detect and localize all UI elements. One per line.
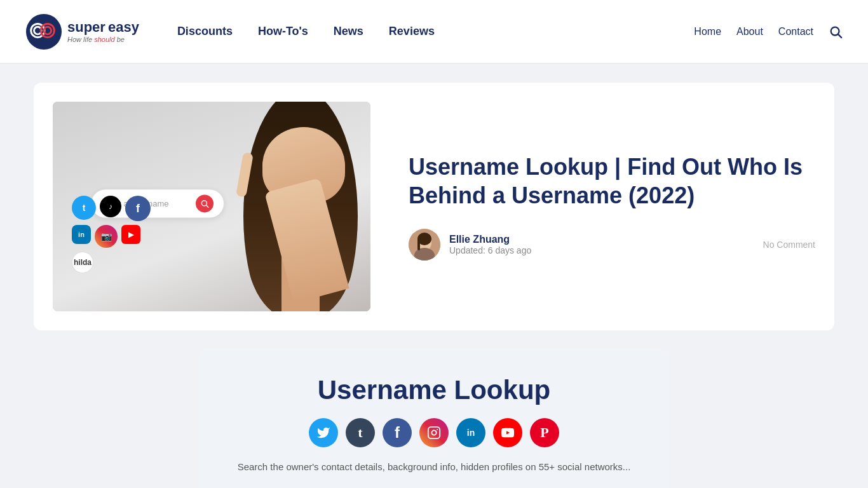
nav-reviews[interactable]: Reviews: [389, 25, 435, 38]
float-other: hilda: [72, 252, 93, 273]
avatar-svg: [409, 229, 440, 261]
floating-social-icons: t ♪ f in 📷 ▶ hilda: [72, 196, 161, 273]
lookup-title: Username Lookup: [218, 375, 650, 405]
social-icon-pinterest: P: [530, 418, 559, 447]
nav-contact[interactable]: Contact: [778, 26, 813, 37]
logo-tagline: How life should be: [67, 36, 139, 43]
author-avatar: [409, 229, 440, 261]
lookup-section: Username Lookup t f in P Search the owne…: [199, 349, 669, 488]
author-avatar-image: [409, 229, 440, 261]
author-name: Ellie Zhuang: [449, 234, 754, 245]
social-icon-youtube: [493, 418, 522, 447]
logo-easy: easy: [108, 20, 139, 35]
nav-discounts[interactable]: Discounts: [177, 25, 233, 38]
social-icon-linkedin: in: [456, 418, 485, 447]
author-updated: Updated: 6 days ago: [449, 245, 754, 255]
main-content: Enter a Username t ♪ f in 📷 ▶: [21, 83, 847, 488]
social-icons-row: t f in P: [218, 418, 650, 447]
search-button[interactable]: [829, 25, 843, 39]
author-section: Ellie Zhuang Updated: 6 days ago No Comm…: [409, 229, 815, 261]
svg-line-8: [207, 205, 208, 207]
nav-news[interactable]: News: [334, 25, 363, 38]
site-header: super easy How life should be Discounts …: [0, 0, 868, 64]
logo-text: super easy How life should be: [67, 20, 139, 43]
svg-line-6: [838, 34, 841, 37]
image-search-btn: [196, 194, 214, 212]
article-title: Username Lookup | Find Out Who Is Behind…: [409, 152, 815, 210]
article-image: Enter a Username t ♪ f in 📷 ▶: [53, 102, 370, 311]
float-twitter: t: [72, 196, 96, 220]
right-nav: Home About Contact: [694, 25, 843, 39]
search-icon: [829, 25, 843, 39]
social-icon-facebook: f: [383, 418, 412, 447]
article-card: Enter a Username t ♪ f in 📷 ▶: [34, 83, 834, 330]
main-nav: Discounts How-To's News Reviews: [177, 25, 694, 38]
nav-howtos[interactable]: How-To's: [258, 25, 308, 38]
no-comment: No Comment: [763, 240, 815, 250]
logo-super: super: [67, 20, 105, 35]
logo-link[interactable]: super easy How life should be: [25, 13, 139, 50]
float-youtube: ▶: [121, 225, 140, 244]
article-info: Username Lookup | Find Out Who Is Behind…: [409, 152, 815, 261]
float-instagram: 📷: [95, 225, 118, 248]
svg-rect-14: [428, 427, 440, 438]
social-icon-instagram: [419, 418, 449, 447]
float-tiktok: ♪: [100, 196, 121, 217]
nav-about[interactable]: About: [736, 26, 763, 37]
float-facebook: f: [125, 196, 151, 221]
lookup-description: Search the owner's contact details, back…: [218, 460, 650, 475]
float-linkedin: in: [72, 225, 91, 244]
logo-icon: [25, 13, 62, 50]
social-icon-tumblr: t: [346, 418, 375, 447]
nav-home[interactable]: Home: [694, 26, 721, 37]
svg-rect-13: [417, 239, 420, 250]
author-details: Ellie Zhuang Updated: 6 days ago: [449, 234, 754, 255]
social-icon-twitter: [309, 418, 338, 447]
